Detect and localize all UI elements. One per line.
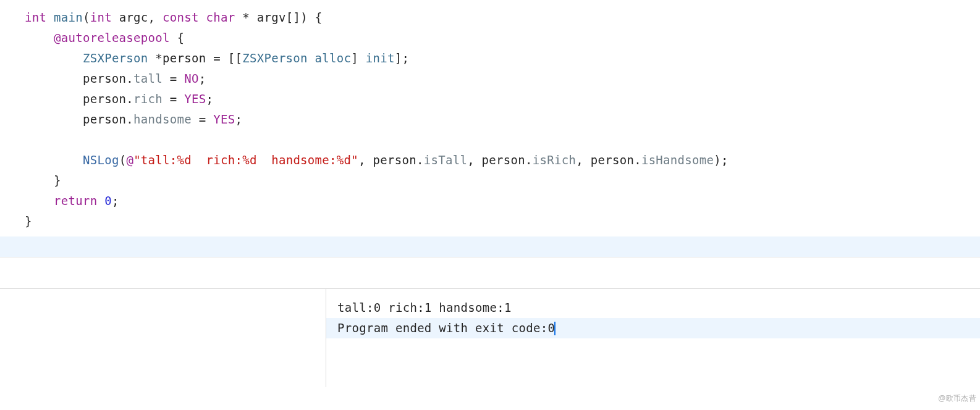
- func-main: main: [54, 10, 83, 24]
- bool-yes: YES: [213, 112, 235, 126]
- property-tall: tall: [133, 72, 163, 85]
- output-pane[interactable]: tall:0 rich:1 handsome:1 Program ended w…: [326, 289, 980, 387]
- code-editor-pane[interactable]: int main(int argc, const char * argv[]) …: [0, 0, 980, 257]
- keyword-return: return: [54, 194, 97, 207]
- source-code[interactable]: int main(int argc, const char * argv[]) …: [0, 7, 980, 236]
- watermark-text: @欧币杰昔: [938, 393, 976, 404]
- property-isrich: isRich: [533, 153, 576, 167]
- console-area: tall:0 rich:1 handsome:1 Program ended w…: [0, 288, 980, 387]
- current-line-highlight: [0, 236, 980, 257]
- property-handsome: handsome: [133, 112, 192, 126]
- selector-init: init: [366, 51, 395, 65]
- keyword-const: const: [163, 10, 199, 24]
- pane-separator: [0, 257, 980, 288]
- func-nslog: NSLog: [83, 153, 119, 167]
- property-ishandsome: isHandsome: [641, 153, 714, 167]
- property-rich: rich: [133, 92, 163, 106]
- variables-pane[interactable]: [0, 289, 326, 387]
- console-output-line: tall:0 rich:1 handsome:1: [326, 298, 980, 318]
- console-exit-line: Program ended with exit code: 0: [326, 318, 980, 338]
- keyword-char: char: [206, 10, 235, 24]
- bool-yes: YES: [184, 92, 206, 106]
- keyword-autoreleasepool: @autoreleasepool: [54, 31, 170, 44]
- keyword-int: int: [25, 10, 46, 24]
- bool-no: NO: [184, 72, 198, 85]
- selector-alloc: alloc: [315, 51, 352, 65]
- text-cursor: [554, 322, 555, 335]
- string-literal: "tall:%d rich:%d handsome:%d": [133, 153, 358, 167]
- type-zsxperson: ZSXPerson: [242, 51, 308, 65]
- number-zero: 0: [104, 194, 112, 207]
- property-istall: isTall: [424, 153, 467, 167]
- type-zsxperson: ZSXPerson: [83, 51, 148, 65]
- keyword-int: int: [90, 10, 112, 24]
